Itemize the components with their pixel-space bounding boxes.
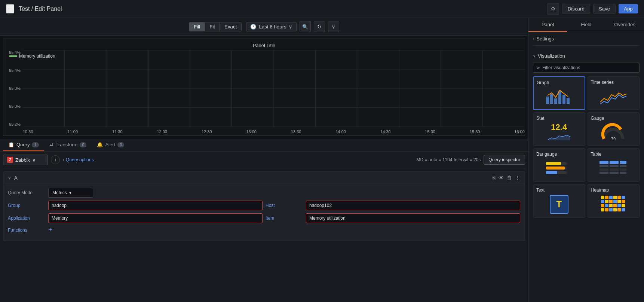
svg-rect-49 — [605, 200, 608, 203]
viz-card-bar-gauge[interactable]: Bar gauge — [533, 148, 585, 182]
xaxis-label-9: 14:30 — [380, 129, 391, 134]
time-range-button[interactable]: 🕐 Last 6 hours ∨ — [246, 22, 296, 31]
more-query-button[interactable]: ⋮ — [515, 175, 520, 181]
svg-rect-29 — [546, 171, 557, 174]
query-tabs: 📋 Query 1 ⇄ Transform 0 🔔 Alert 0 — [0, 139, 528, 152]
zoom-out-button[interactable]: 🔍 — [300, 21, 311, 32]
query-mode-select[interactable]: Metrics ▾ — [48, 188, 93, 198]
svg-rect-60 — [601, 208, 604, 211]
delete-icon: 🗑 — [507, 175, 512, 181]
svg-rect-37 — [610, 168, 619, 171]
datasource-select[interactable]: Z Zabbix ∨ — [3, 155, 48, 165]
right-tab-field[interactable]: Field — [567, 18, 605, 32]
tab-alert[interactable]: 🔔 Alert 0 — [92, 139, 129, 151]
right-panel: Panel Field Overrides › Settings ∨ Visua… — [528, 18, 644, 302]
transform-tab-label: Transform — [56, 142, 78, 147]
app-button[interactable]: App — [619, 4, 638, 13]
back-button[interactable]: ← — [6, 4, 14, 13]
save-button[interactable]: Save — [593, 4, 616, 14]
more-icon: ⋮ — [515, 175, 520, 181]
transform-tab-icon: ⇄ — [49, 142, 53, 147]
viz-card-time-series[interactable]: Time series — [588, 76, 640, 110]
svg-rect-46 — [617, 196, 621, 199]
svg-rect-44 — [609, 196, 613, 199]
top-bar: ← Test / Edit Panel ⚙ Discard Save App — [0, 0, 644, 18]
more-options-button[interactable]: ∨ — [328, 21, 339, 32]
viz-stat-label: Stat — [536, 116, 544, 121]
svg-rect-21 — [567, 98, 570, 104]
svg-rect-59 — [622, 204, 625, 207]
group-host-row: Group Host — [8, 201, 520, 210]
xaxis-label-1: 10:30 — [23, 129, 33, 134]
x-axis: 10:30 11:00 11:30 12:00 12:30 13:00 13:3… — [23, 129, 525, 134]
add-function-button[interactable]: + — [48, 226, 52, 234]
svg-rect-64 — [617, 208, 621, 211]
viz-card-graph[interactable]: Graph — [533, 76, 585, 110]
viz-card-gauge[interactable]: Gauge 79 — [588, 112, 640, 146]
zoom-icon: 🔍 — [302, 24, 308, 30]
datasource-info-button[interactable]: i — [51, 155, 60, 164]
svg-rect-62 — [609, 208, 613, 211]
application-input[interactable] — [48, 213, 263, 223]
svg-rect-19 — [558, 91, 561, 104]
visualization-header[interactable]: ∨ Visualization — [533, 49, 640, 63]
query-mode-row: Query Mode Metrics ▾ — [8, 188, 520, 198]
svg-rect-27 — [546, 167, 565, 170]
functions-row: Functions + — [8, 226, 520, 234]
fill-button[interactable]: Fill — [189, 22, 205, 31]
viz-table-preview — [591, 158, 637, 179]
alert-tab-label: Alert — [105, 142, 115, 147]
host-label: Host — [266, 203, 303, 208]
graph-preview-svg — [544, 87, 574, 106]
item-label: Item — [266, 216, 303, 221]
xaxis-label-8: 14:00 — [335, 129, 346, 134]
host-input[interactable] — [306, 201, 520, 210]
viz-card-text[interactable]: Text T — [533, 184, 585, 218]
chevron-down-icon: ∨ — [332, 24, 335, 30]
item-input[interactable] — [306, 213, 520, 223]
chevron-down-icon: ∨ — [32, 157, 36, 163]
tab-query[interactable]: 📋 Query 1 — [3, 139, 44, 151]
svg-rect-36 — [599, 168, 608, 171]
block-collapse-button[interactable]: ∨ — [8, 175, 11, 180]
tab-transform[interactable]: ⇄ Transform 0 — [44, 139, 92, 151]
viz-card-table[interactable]: Table — [588, 148, 640, 182]
svg-rect-52 — [617, 200, 621, 203]
datasource-row: Z Zabbix ∨ i › Query options MD = auto =… — [3, 152, 525, 168]
fit-button[interactable]: Fit — [205, 22, 220, 31]
query-mode-label: Query Mode — [8, 190, 45, 195]
svg-rect-57 — [613, 204, 617, 207]
xaxis-label-7: 13:30 — [291, 129, 301, 134]
center-panel: Fill Fit Exact 🕐 Last 6 hours ∨ 🔍 ↻ ∨ Pa… — [0, 18, 528, 302]
copy-query-button[interactable]: ⎘ — [493, 175, 496, 181]
xaxis-label-4: 12:00 — [157, 129, 167, 134]
refresh-button[interactable]: ↻ — [314, 21, 325, 32]
toggle-visibility-button[interactable]: 👁 — [499, 175, 504, 181]
settings-button[interactable]: ⚙ — [547, 3, 559, 15]
settings-header[interactable]: › Settings — [533, 32, 640, 46]
copy-icon: ⎘ — [493, 175, 496, 181]
svg-rect-18 — [554, 98, 557, 104]
datasource-label: Zabbix — [15, 157, 30, 163]
query-tab-badge: 1 — [32, 142, 39, 147]
viz-card-heatmap[interactable]: Heatmap — [588, 184, 640, 218]
settings-label: Settings — [536, 36, 554, 42]
delete-query-button[interactable]: 🗑 — [507, 175, 512, 181]
viz-card-stat[interactable]: Stat 12.4 — [533, 112, 585, 146]
yaxis-label-4: 65.3% — [9, 104, 21, 109]
time-series-preview-svg — [598, 87, 628, 106]
svg-rect-35 — [620, 165, 626, 167]
svg-rect-58 — [617, 204, 621, 207]
query-options-button[interactable]: › Query options — [63, 157, 94, 162]
svg-rect-50 — [609, 200, 613, 203]
viz-filter[interactable]: ⊳ Filter visualizations — [533, 63, 640, 73]
visualization-label: Visualization — [538, 53, 565, 59]
xaxis-label-2: 11:00 — [67, 129, 78, 134]
right-tab-overrides[interactable]: Overrides — [605, 18, 644, 32]
group-input[interactable] — [48, 201, 263, 210]
settings-arrow-icon: › — [533, 37, 534, 41]
discard-button[interactable]: Discard — [562, 4, 590, 14]
exact-button[interactable]: Exact — [220, 22, 241, 31]
right-tab-panel[interactable]: Panel — [528, 18, 567, 32]
query-inspector-button[interactable]: Query inspector — [484, 155, 525, 165]
